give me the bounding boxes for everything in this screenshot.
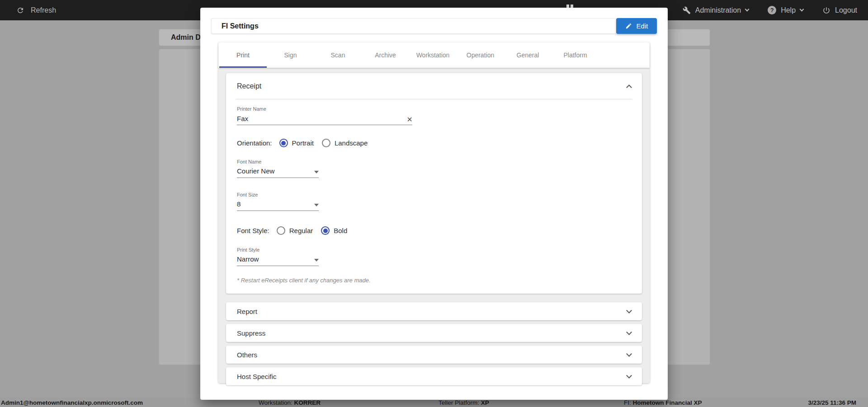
chevron-down-icon — [626, 329, 632, 335]
report-title: Report — [237, 308, 257, 315]
dialog-title: FI Settings — [222, 22, 259, 30]
status-workstation-label: Workstation: — [259, 399, 292, 406]
dialog-header: FI Settings Edit — [211, 18, 657, 34]
orientation-landscape-radio[interactable] — [322, 139, 330, 147]
status-fi-label: FI: — [624, 399, 631, 406]
tab-archive[interactable]: Archive — [362, 42, 409, 68]
orientation-portrait-radio[interactable] — [279, 139, 288, 147]
status-teller-platform: Teller Platform: XP — [439, 399, 489, 406]
host-specific-accordion[interactable]: Host Specific — [226, 367, 642, 385]
dropdown-arrow-icon — [314, 259, 319, 262]
host-specific-title: Host Specific — [237, 373, 277, 380]
print-style-select[interactable]: Narrow — [237, 255, 319, 266]
restart-note: * Restart eReceipts client if any change… — [237, 277, 631, 284]
refresh-label: Refresh — [31, 6, 56, 14]
tab-general[interactable]: General — [504, 42, 552, 68]
status-datetime: 3/23/25 11:36 PM — [808, 399, 856, 406]
status-fi: FI: Hometown Financial XP — [624, 399, 702, 406]
accordion-list: Receipt Printer Name Fax × Orientation: — [218, 68, 650, 392]
font-size-label: Font Size — [237, 192, 631, 197]
dropdown-arrow-icon — [314, 171, 319, 173]
edit-button-label: Edit — [637, 22, 648, 30]
chevron-down-icon — [626, 351, 632, 357]
orientation-radio-group: Orientation: Portrait Landscape — [237, 139, 631, 147]
administration-label: Administration — [695, 6, 741, 14]
pencil-icon — [625, 23, 632, 29]
font-size-select[interactable]: 8 — [237, 200, 319, 211]
chevron-down-icon — [800, 7, 804, 12]
font-style-radio-group: Font Style: Regular Bold — [237, 226, 631, 235]
tab-scan[interactable]: Scan — [314, 42, 362, 68]
status-teller-platform-label: Teller Platform: — [439, 399, 479, 406]
status-workstation: Workstation: KORRER — [259, 399, 321, 406]
administration-menu[interactable]: Administration — [683, 6, 749, 14]
status-user: Admin1@hometownfinancialxp.onmicrosoft.c… — [1, 399, 143, 406]
font-name-value: Courier New — [237, 167, 274, 175]
report-accordion[interactable]: Report — [226, 302, 642, 320]
settings-tabbar: Print Sign Scan Archive Workstation Oper… — [218, 42, 650, 68]
help-icon: ? — [768, 6, 776, 14]
font-style-bold-label: Bold — [334, 227, 347, 234]
print-style-label: Print Style — [237, 247, 631, 253]
help-label: Help — [781, 6, 796, 14]
receipt-body: Printer Name Fax × Orientation: Portrait… — [226, 99, 642, 294]
font-style-regular-radio[interactable] — [277, 226, 285, 235]
logout-label: Logout — [835, 6, 857, 14]
font-name-label: Font Name — [237, 159, 631, 164]
receipt-accordion: Receipt Printer Name Fax × Orientation: — [226, 73, 642, 294]
fi-settings-dialog: FI Settings Edit Print Sign Scan Archive… — [200, 8, 668, 400]
status-workstation-value: KORRER — [294, 399, 321, 406]
chevron-down-icon — [626, 373, 632, 379]
status-fi-value: Hometown Financial XP — [633, 399, 702, 406]
print-style-field: Print Style Narrow — [237, 247, 631, 266]
font-style-regular-label: Regular — [289, 227, 313, 234]
tab-platform[interactable]: Platform — [552, 42, 599, 68]
receipt-accordion-header[interactable]: Receipt — [226, 73, 642, 99]
tab-workstation[interactable]: Workstation — [409, 42, 457, 68]
logout-button[interactable]: Logout — [822, 6, 857, 14]
printer-name-label: Printer Name — [237, 106, 631, 112]
font-style-label: Font Style: — [237, 227, 269, 234]
refresh-button[interactable]: Refresh — [16, 0, 56, 20]
wrench-icon — [683, 6, 691, 14]
print-style-value: Narrow — [237, 255, 259, 263]
orientation-label: Orientation: — [237, 139, 272, 147]
printer-name-value: Fax — [237, 115, 248, 122]
power-icon — [822, 6, 830, 14]
suppress-title: Suppress — [237, 329, 265, 337]
printer-name-input[interactable]: Fax × — [237, 115, 412, 125]
tab-sign[interactable]: Sign — [267, 42, 314, 68]
chevron-up-icon — [626, 84, 632, 90]
others-accordion[interactable]: Others — [226, 346, 642, 364]
dropdown-arrow-icon — [314, 204, 319, 206]
status-teller-platform-value: XP — [481, 399, 489, 406]
clipped-toolbar-icon — [566, 5, 573, 8]
refresh-icon — [16, 6, 24, 14]
font-size-value: 8 — [237, 200, 241, 208]
settings-content-card: Print Sign Scan Archive Workstation Oper… — [218, 42, 650, 383]
others-title: Others — [237, 351, 257, 359]
printer-name-field: Printer Name Fax × — [237, 106, 631, 125]
font-style-bold-radio[interactable] — [321, 226, 330, 235]
help-menu[interactable]: ? Help — [768, 6, 803, 14]
orientation-portrait-label: Portrait — [292, 139, 314, 147]
orientation-landscape-label: Landscape — [335, 139, 368, 147]
chevron-down-icon — [626, 308, 632, 313]
edit-button[interactable]: Edit — [616, 18, 657, 34]
suppress-accordion[interactable]: Suppress — [226, 324, 642, 342]
tab-operation[interactable]: Operation — [457, 42, 504, 68]
topbar-right-menu: Administration ? Help Logout — [683, 0, 857, 20]
dialog-title-card: FI Settings — [211, 18, 616, 34]
receipt-title: Receipt — [237, 82, 261, 90]
font-name-select[interactable]: Courier New — [237, 167, 319, 178]
font-name-field: Font Name Courier New — [237, 159, 631, 178]
tab-print[interactable]: Print — [219, 42, 267, 68]
chevron-down-icon — [745, 7, 750, 12]
font-size-field: Font Size 8 — [237, 192, 631, 211]
clear-icon[interactable]: × — [407, 116, 412, 122]
